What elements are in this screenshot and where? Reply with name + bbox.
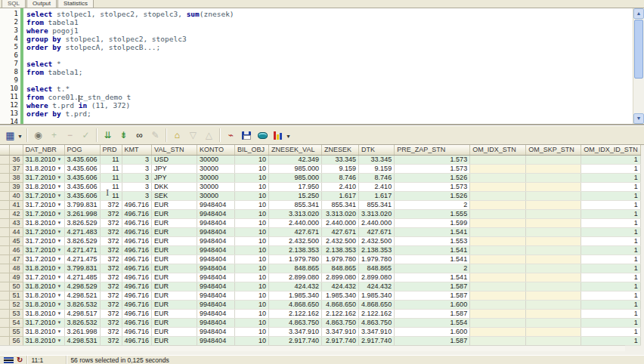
table-cell[interactable]: 10 — [235, 200, 269, 209]
date-dropdown-icon[interactable]: ▼ — [57, 338, 62, 343]
chevron-down-icon[interactable]: ▼ — [17, 134, 23, 139]
table-cell[interactable]: 372 — [100, 291, 122, 300]
table-cell[interactable]: 496.716 — [122, 300, 152, 309]
table-cell[interactable]: 2.440.000 — [359, 218, 395, 227]
date-dropdown-icon[interactable]: ▼ — [57, 284, 62, 288]
table-cell[interactable]: 496.716 — [122, 309, 152, 318]
date-dropdown-icon[interactable]: ▼ — [57, 293, 62, 298]
table-cell[interactable]: 10 — [235, 227, 269, 236]
table-cell[interactable]: 424.432 — [359, 282, 395, 291]
table-cell[interactable] — [470, 264, 526, 273]
table-cell[interactable] — [470, 336, 526, 345]
table-cell[interactable]: 9948404 — [197, 336, 235, 345]
table-cell[interactable]: 372 — [100, 300, 122, 309]
table-cell[interactable]: 10 — [235, 236, 269, 245]
table-cell[interactable]: EUR — [152, 291, 197, 300]
table-cell[interactable]: 2.432.500 — [269, 236, 322, 245]
table-cell[interactable]: 1.555 — [395, 209, 470, 218]
date-dropdown-icon[interactable]: ▼ — [57, 329, 62, 334]
refresh-icon[interactable]: ↻ — [17, 356, 23, 364]
row-number[interactable]: 53 — [9, 309, 23, 318]
table-cell[interactable]: 1 — [581, 218, 641, 227]
table-cell[interactable]: 427.671 — [269, 227, 322, 236]
row-number[interactable]: 52 — [9, 300, 23, 309]
table-cell[interactable]: JPY — [152, 164, 197, 173]
table-cell[interactable]: 372 — [100, 254, 122, 264]
table-cell[interactable]: EUR — [152, 245, 197, 254]
fetch-next-page-icon[interactable]: ⇊ — [101, 128, 115, 143]
table-cell[interactable]: 1.979.780 — [269, 254, 322, 264]
table-cell[interactable]: 10 — [235, 173, 269, 182]
table-cell[interactable] — [526, 236, 581, 245]
table-cell[interactable]: SEK — [152, 191, 197, 200]
row-number[interactable]: 37 — [9, 164, 23, 173]
table-cell[interactable]: 372 — [100, 273, 122, 282]
table-cell[interactable]: 2.899.080 — [269, 273, 322, 282]
table-cell[interactable]: 1.600 — [395, 327, 470, 336]
table-cell[interactable]: 1.617 — [322, 191, 359, 200]
table-cell[interactable]: 3.435.606 — [64, 164, 100, 173]
table-cell[interactable]: 8.746 — [322, 173, 359, 182]
table-cell[interactable] — [526, 264, 581, 273]
table-cell[interactable]: 2.122.162 — [322, 309, 359, 318]
row-number[interactable]: 42 — [9, 209, 23, 218]
table-cell[interactable]: EUR — [152, 200, 197, 209]
table-cell[interactable]: 496.716 — [122, 245, 152, 254]
row-number[interactable]: 45 — [9, 236, 23, 245]
row-number[interactable]: 51 — [9, 291, 23, 300]
table-cell[interactable]: EUR — [152, 300, 197, 309]
column-header-dtk[interactable]: DTK — [359, 145, 395, 155]
table-cell[interactable]: 427.671 — [322, 227, 359, 236]
table-cell[interactable]: 3.313.020 — [359, 209, 395, 218]
table-cell[interactable]: 2.122.162 — [269, 309, 322, 318]
table-cell[interactable]: 1 — [581, 336, 641, 345]
table-cell[interactable]: 1 — [581, 318, 641, 327]
table-cell[interactable]: ▼31.7.2010 — [23, 200, 64, 209]
table-cell[interactable]: 9948404 — [197, 291, 235, 300]
table-cell[interactable]: ▼31.7.2010 — [23, 273, 64, 282]
table-cell[interactable]: 3.435.606 — [64, 155, 100, 164]
row-number[interactable]: 46 — [9, 245, 23, 254]
table-cell[interactable]: 2.138.353 — [359, 245, 395, 254]
date-dropdown-icon[interactable]: ▼ — [57, 275, 62, 279]
table-cell[interactable] — [470, 182, 526, 191]
table-cell[interactable]: 1.985.340 — [359, 291, 395, 300]
table-cell[interactable] — [470, 191, 526, 200]
table-cell[interactable] — [526, 291, 581, 300]
table-cell[interactable]: 372 — [100, 282, 122, 291]
table-cell[interactable] — [470, 173, 526, 182]
table-cell[interactable]: 4.298.521 — [64, 291, 100, 300]
table-cell[interactable]: 1 — [581, 264, 641, 273]
table-cell[interactable]: 1 — [581, 245, 641, 254]
table-cell[interactable]: 496.716 — [122, 227, 152, 236]
table-cell[interactable]: 3.435.606 — [64, 173, 100, 182]
column-header-znesek[interactable]: ZNESEK — [322, 145, 359, 155]
table-cell[interactable]: EUR — [152, 227, 197, 236]
table-cell[interactable] — [470, 309, 526, 318]
table-cell[interactable]: ▼31.8.2010 — [23, 155, 64, 164]
table-cell[interactable]: 11 — [100, 164, 122, 173]
table-cell[interactable]: 3.435.606 — [64, 191, 100, 200]
table-cell[interactable]: ▼31.7.2010 — [23, 318, 64, 327]
table-cell[interactable]: 3.799.831 — [64, 200, 100, 209]
table-cell[interactable]: 4.868.650 — [322, 300, 359, 309]
table-cell[interactable]: EUR — [152, 309, 197, 318]
table-cell[interactable]: 9.159 — [322, 164, 359, 173]
table-cell[interactable] — [526, 191, 581, 200]
table-cell[interactable]: ▼31.7.2010 — [23, 236, 64, 245]
table-cell[interactable]: 9948404 — [197, 282, 235, 291]
table-cell[interactable]: 1 — [581, 309, 641, 318]
table-cell[interactable]: 2 — [395, 200, 470, 209]
table-cell[interactable]: 2.899.080 — [359, 273, 395, 282]
table-cell[interactable]: 9948404 — [197, 209, 235, 218]
table-cell[interactable]: 9948404 — [197, 254, 235, 264]
table-cell[interactable] — [526, 318, 581, 327]
table-cell[interactable]: ▼31.7.2010 — [23, 227, 64, 236]
table-cell[interactable]: 1.600 — [395, 300, 470, 309]
table-cell[interactable] — [470, 236, 526, 245]
row-number[interactable]: 49 — [9, 273, 23, 282]
table-cell[interactable]: 1 — [581, 182, 641, 191]
table-cell[interactable]: 11 — [100, 173, 122, 182]
table-cell[interactable]: 9948404 — [197, 318, 235, 327]
table-cell[interactable]: 496.716 — [122, 273, 152, 282]
